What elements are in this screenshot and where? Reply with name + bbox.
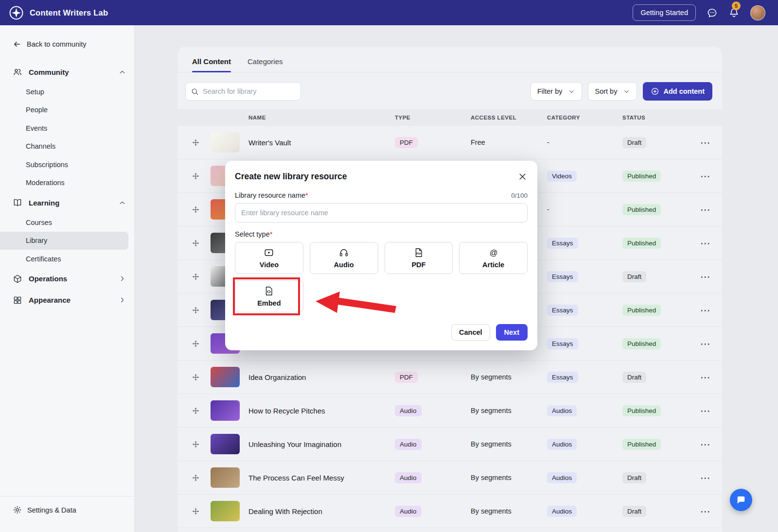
- app-title: Content Writers Lab: [30, 8, 108, 17]
- row-name: Idea Organization: [240, 373, 395, 381]
- drag-handle[interactable]: [192, 307, 205, 314]
- sidebar-item-certificates[interactable]: Certificates: [0, 250, 128, 268]
- cancel-button[interactable]: Cancel: [451, 324, 490, 341]
- type-card-label: Embed: [257, 299, 281, 307]
- back-to-community-link[interactable]: Back to community: [0, 25, 134, 49]
- category-badge: Essays: [547, 338, 578, 349]
- sidebar-item-courses[interactable]: Courses: [0, 213, 128, 232]
- sidebar: Back to community Community Setup People…: [0, 25, 135, 532]
- sidebar-section-appearance[interactable]: Appearance: [0, 290, 134, 311]
- arrow-left-icon: [13, 40, 21, 49]
- add-content-label: Add content: [663, 87, 705, 95]
- table-controls: Filter by Sort by Add content: [177, 72, 722, 109]
- row-menu-button[interactable]: ⋯: [700, 305, 722, 315]
- sidebar-item-subscriptions[interactable]: Subscriptions: [0, 155, 128, 174]
- getting-started-button[interactable]: Getting Started: [633, 4, 696, 21]
- row-menu-button[interactable]: ⋯: [700, 272, 722, 282]
- chat-bubble-icon: [736, 495, 746, 505]
- cube-icon: [13, 274, 22, 284]
- table-row[interactable]: How to Recycle Pitches Audio By segments…: [177, 394, 722, 428]
- table-row[interactable]: Dealing With Rejection Audio By segments…: [177, 495, 722, 528]
- notifications-button[interactable]: 5: [728, 7, 740, 18]
- tab-all-content[interactable]: All Content: [192, 57, 231, 72]
- chat-widget-button[interactable]: [730, 489, 752, 511]
- filter-by-dropdown[interactable]: Filter by: [530, 82, 583, 101]
- table-row[interactable]: The Process Can Feel Messy Audio By segm…: [177, 461, 722, 495]
- access-level: Free: [471, 138, 547, 146]
- row-menu-button[interactable]: ⋯: [700, 439, 722, 449]
- row-thumbnail: [211, 434, 240, 454]
- close-icon[interactable]: [517, 172, 528, 182]
- access-level: By segments: [471, 407, 547, 414]
- sidebar-item-moderations[interactable]: Moderations: [0, 174, 128, 192]
- type-card-article[interactable]: Article: [459, 242, 528, 274]
- next-button[interactable]: Next: [496, 324, 528, 341]
- table-row[interactable]: Idea Organization PDF By segments Essays…: [177, 360, 722, 394]
- category-badge: Essays: [547, 271, 578, 282]
- sidebar-item-events[interactable]: Events: [0, 119, 128, 137]
- move-icon: [192, 374, 199, 381]
- sidebar-item-people[interactable]: People: [0, 101, 128, 120]
- topbar-actions: Getting Started 5: [633, 4, 765, 21]
- drag-handle[interactable]: [192, 340, 205, 347]
- status-badge: Published: [622, 305, 661, 316]
- tabs: All Content Categories: [177, 47, 722, 72]
- row-menu-button[interactable]: ⋯: [700, 137, 722, 148]
- sidebar-item-library[interactable]: Library: [0, 232, 128, 250]
- status-badge: Draft: [622, 472, 646, 483]
- drag-handle[interactable]: [192, 474, 205, 481]
- type-card-pdf[interactable]: PDF: [385, 242, 453, 274]
- status-badge: Draft: [622, 372, 646, 383]
- type-card-video[interactable]: Video: [235, 242, 303, 274]
- access-level: By segments: [471, 474, 547, 481]
- row-menu-button[interactable]: ⋯: [700, 205, 722, 215]
- row-menu-button[interactable]: ⋯: [700, 406, 722, 416]
- user-avatar[interactable]: [750, 5, 765, 20]
- type-badge: Audio: [395, 506, 422, 517]
- type-card-audio[interactable]: Audio: [310, 242, 378, 274]
- drag-handle[interactable]: [192, 508, 205, 515]
- row-menu-button[interactable]: ⋯: [700, 506, 722, 516]
- add-content-button[interactable]: Add content: [643, 82, 712, 101]
- sidebar-section-community[interactable]: Community: [0, 61, 134, 83]
- drag-handle[interactable]: [192, 206, 205, 213]
- move-icon: [192, 307, 199, 314]
- resource-name-input[interactable]: [235, 203, 528, 223]
- drag-handle[interactable]: [192, 240, 205, 247]
- table-row[interactable]: Unleashing Your Imagination Audio By seg…: [177, 428, 722, 461]
- sidebar-section-learning[interactable]: Learning: [0, 192, 134, 213]
- status-badge: Draft: [622, 271, 646, 282]
- search-input[interactable]: [203, 87, 296, 95]
- sidebar-item-channels[interactable]: Channels: [0, 137, 128, 156]
- row-menu-button[interactable]: ⋯: [700, 473, 722, 483]
- sort-by-dropdown[interactable]: Sort by: [588, 82, 637, 101]
- row-menu-button[interactable]: ⋯: [700, 238, 722, 248]
- drag-handle[interactable]: [192, 172, 205, 180]
- section-label: Operations: [29, 275, 67, 283]
- row-menu-button[interactable]: ⋯: [700, 372, 722, 382]
- type-icon: [264, 247, 274, 258]
- sidebar-item-setup[interactable]: Setup: [0, 83, 128, 101]
- drag-handle[interactable]: [192, 139, 205, 146]
- col-header-category: CATEGORY: [547, 115, 622, 120]
- access-level: By segments: [471, 440, 547, 448]
- drag-handle[interactable]: [192, 374, 205, 381]
- drag-handle[interactable]: [192, 273, 205, 280]
- category-badge: Audios: [547, 405, 577, 416]
- table-row[interactable]: Writer's Vault PDF Free - Draft ⋯: [177, 126, 722, 159]
- sidebar-section-operations[interactable]: Operations: [0, 268, 134, 290]
- messages-icon[interactable]: [707, 7, 718, 18]
- tab-categories[interactable]: Categories: [248, 57, 283, 72]
- col-header-name: NAME: [248, 115, 395, 120]
- settings-and-data-link[interactable]: Settings & Data: [0, 496, 134, 523]
- move-icon: [192, 240, 199, 247]
- search-icon: [191, 87, 199, 96]
- access-level: By segments: [471, 507, 547, 515]
- row-menu-button[interactable]: ⋯: [700, 171, 722, 181]
- required-marker: *: [270, 230, 273, 238]
- drag-handle[interactable]: [192, 441, 205, 448]
- type-card-embed[interactable]: Embed: [235, 280, 303, 312]
- app-logo-icon[interactable]: [9, 5, 24, 20]
- drag-handle[interactable]: [192, 407, 205, 414]
- row-menu-button[interactable]: ⋯: [700, 339, 722, 349]
